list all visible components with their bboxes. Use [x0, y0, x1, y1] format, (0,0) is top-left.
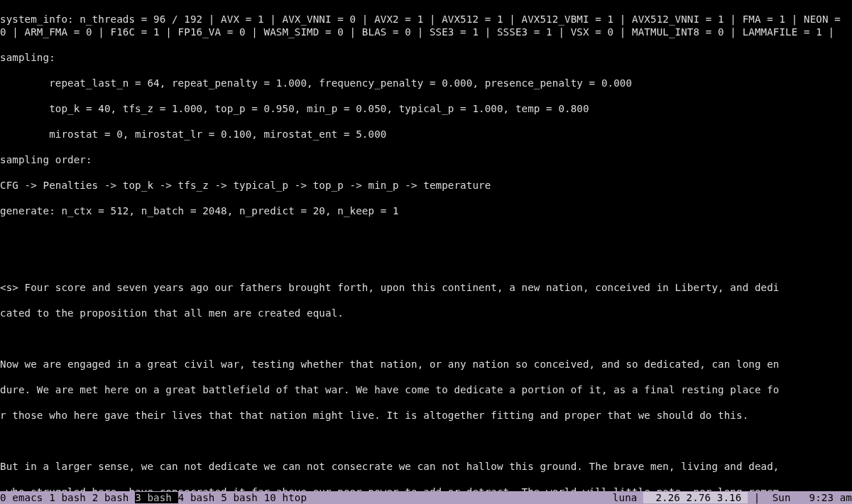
tmux-window[interactable]: 0 emacs: [0, 492, 49, 503]
status-day-text: Sun: [772, 492, 791, 503]
status-right: luna 2.26 2.76 3.16 | Sun 9:23 am: [606, 491, 852, 504]
tmux-status-bar[interactable]: 0 emacs 1 bash 2 bash 3 bash 4 bash 5 ba…: [0, 491, 852, 504]
tmux-window[interactable]: 4 bash: [178, 492, 222, 503]
sampling-order-header: sampling order:: [0, 153, 852, 166]
status-sep: [637, 492, 643, 503]
generation-text: r those who here gave their lives that t…: [0, 409, 852, 422]
system-info-line: system_info: n_threads = 96 / 192 | AVX …: [0, 13, 852, 38]
tmux-window[interactable]: 10 htop: [264, 492, 313, 503]
blank-line: [0, 256, 852, 268]
status-time-text: 9:23 am: [809, 492, 853, 503]
cfg-chain-line: CFG -> Penalties -> top_k -> tfs_z -> ty…: [0, 179, 852, 192]
tmux-window[interactable]: 1 bash: [49, 492, 92, 503]
blank-line: [0, 434, 852, 447]
blank-line: [0, 230, 852, 243]
sampling-line: top_k = 40, tfs_z = 1.000, top_p = 0.950…: [0, 102, 852, 115]
tmux-window[interactable]: 2 bash: [92, 492, 136, 503]
blank-line: [0, 332, 852, 345]
generation-text: But in a larger sense, we can not dedica…: [0, 460, 852, 473]
tmux-window[interactable]: 5 bash: [221, 492, 264, 503]
sampling-line: repeat_last_n = 64, repeat_penalty = 1.0…: [0, 77, 852, 89]
status-sep: |: [748, 492, 766, 503]
status-day: [766, 492, 772, 503]
generation-text: dure. We are met here on a great battlef…: [0, 383, 852, 396]
generate-line: generate: n_ctx = 512, n_batch = 2048, n…: [0, 204, 852, 217]
sampling-line: mirostat = 0, mirostat_lr = 0.100, miros…: [0, 128, 852, 141]
status-load: 2.26 2.76 3.16: [643, 492, 748, 503]
terminal-output[interactable]: system_info: n_threads = 96 / 192 | AVX …: [0, 0, 852, 504]
status-load-text: 2.26 2.76 3.16: [655, 492, 741, 503]
status-gap: [791, 492, 809, 503]
status-host-text: luna: [613, 492, 638, 503]
status-host: [606, 492, 613, 503]
generation-text: Now we are engaged in a great civil war,…: [0, 358, 852, 371]
generation-text: cated to the proposition that all men ar…: [0, 307, 852, 319]
sampling-header: sampling:: [0, 51, 852, 64]
generation-text: <s> Four score and seven years ago our f…: [0, 281, 852, 294]
tmux-window[interactable]: 3 bash: [135, 492, 178, 503]
